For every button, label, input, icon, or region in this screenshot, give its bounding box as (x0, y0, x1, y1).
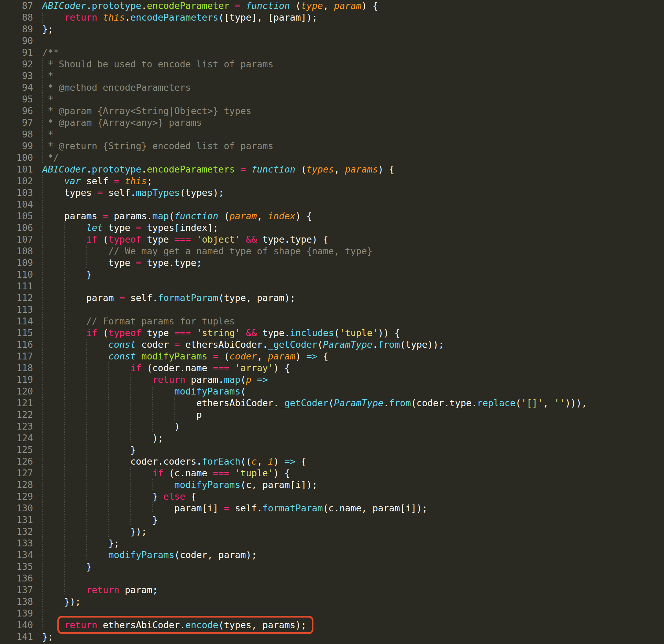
code-line[interactable]: 106 let type = types[index]; (0, 222, 664, 234)
line-number[interactable]: 136 (0, 573, 33, 584)
code-line[interactable]: 107 if (typeof type === 'object' && type… (0, 234, 664, 245)
line-number[interactable]: 126 (0, 456, 33, 467)
code-line[interactable]: 132 }); (0, 526, 664, 537)
code-line[interactable]: 96 * @param {Array<String|Object>} types (0, 105, 664, 117)
line-number[interactable]: 135 (0, 561, 33, 573)
code-line[interactable]: 125 } (0, 444, 664, 456)
code-line[interactable]: 114 // Format params for tuples (0, 315, 664, 327)
code-line[interactable]: 102 var self = this; (0, 175, 664, 187)
line-number[interactable]: 115 (0, 327, 33, 339)
code-line[interactable]: 130 param[i] = self.formatParam(c.name, … (0, 502, 664, 514)
code-line[interactable]: 111 (0, 280, 664, 292)
code-line[interactable]: 93 * (0, 70, 664, 82)
code-line[interactable]: 131 } (0, 514, 664, 526)
line-number[interactable]: 127 (0, 467, 33, 479)
line-number[interactable]: 117 (0, 351, 33, 362)
line-number[interactable]: 111 (0, 280, 33, 292)
line-number[interactable]: 112 (0, 292, 33, 304)
code-line[interactable]: 109 type = type.type; (0, 257, 664, 269)
code-line[interactable]: 141}; (0, 631, 664, 643)
line-number[interactable]: 104 (0, 199, 33, 210)
code-line[interactable]: 128 modifyParams(c, param[i]); (0, 479, 664, 491)
line-number[interactable]: 114 (0, 315, 33, 327)
line-number[interactable]: 138 (0, 596, 33, 608)
code-line[interactable]: 122 p (0, 409, 664, 421)
line-number[interactable]: 131 (0, 514, 33, 526)
code-line[interactable]: 140 return ethersAbiCoder.encode(types, … (0, 619, 664, 631)
line-number[interactable]: 97 (0, 117, 33, 129)
line-number[interactable]: 93 (0, 70, 33, 82)
line-number[interactable]: 100 (0, 152, 33, 164)
code-line[interactable]: 87ABICoder.prototype.encodeParameter = f… (0, 0, 664, 12)
code-line[interactable]: 95 * (0, 93, 664, 105)
line-number[interactable]: 106 (0, 222, 33, 234)
code-line[interactable]: 113 (0, 304, 664, 315)
code-line[interactable]: 92 * Should be used to encode list of pa… (0, 58, 664, 70)
line-number[interactable]: 92 (0, 58, 33, 70)
line-number[interactable]: 121 (0, 397, 33, 409)
code-line[interactable]: 90 (0, 35, 664, 47)
line-number[interactable]: 137 (0, 584, 33, 596)
line-number[interactable]: 105 (0, 210, 33, 222)
line-number[interactable]: 130 (0, 502, 33, 514)
line-number[interactable]: 98 (0, 129, 33, 140)
code-line[interactable]: 137 return param; (0, 584, 664, 596)
code-line[interactable]: 123 ) (0, 421, 664, 432)
line-number[interactable]: 139 (0, 608, 33, 619)
line-number[interactable]: 128 (0, 479, 33, 491)
line-number[interactable]: 101 (0, 164, 33, 175)
code-line[interactable]: 103 types = self.mapTypes(types); (0, 187, 664, 199)
code-line[interactable]: 101ABICoder.prototype.encodeParameters =… (0, 164, 664, 175)
code-line[interactable]: 110 } (0, 269, 664, 280)
line-number[interactable]: 99 (0, 140, 33, 152)
code-line[interactable]: 108 // We may get a named type of shape … (0, 245, 664, 257)
code-line[interactable]: 100 */ (0, 152, 664, 164)
line-number[interactable]: 89 (0, 23, 33, 35)
line-number[interactable]: 134 (0, 549, 33, 561)
line-number[interactable]: 88 (0, 12, 33, 23)
code-line[interactable]: 116 const coder = ethersAbiCoder._getCod… (0, 339, 664, 351)
code-line[interactable]: 139 (0, 608, 664, 619)
code-line[interactable]: 136 (0, 573, 664, 584)
line-number[interactable]: 119 (0, 374, 33, 386)
code-line[interactable]: 138 }); (0, 596, 664, 608)
line-number[interactable]: 122 (0, 409, 33, 421)
line-number[interactable]: 87 (0, 0, 33, 12)
line-number[interactable]: 118 (0, 362, 33, 374)
code-line[interactable]: 97 * @param {Array<any>} params (0, 117, 664, 129)
code-line[interactable]: 120 modifyParams( (0, 386, 664, 397)
code-line[interactable]: 118 if (coder.name === 'array') { (0, 362, 664, 374)
code-line[interactable]: 89}; (0, 23, 664, 35)
code-line[interactable]: 105 params = params.map(function (param,… (0, 210, 664, 222)
line-number[interactable]: 110 (0, 269, 33, 280)
line-number[interactable]: 96 (0, 105, 33, 117)
line-number[interactable]: 90 (0, 35, 33, 47)
code-line[interactable]: 124 ); (0, 432, 664, 444)
line-number[interactable]: 103 (0, 187, 33, 199)
line-number[interactable]: 141 (0, 631, 33, 643)
line-number[interactable]: 107 (0, 234, 33, 245)
line-number[interactable]: 124 (0, 432, 33, 444)
code-line[interactable]: 88 return this.encodeParameters([type], … (0, 12, 664, 23)
code-line[interactable]: 126 coder.coders.forEach((c, i) => { (0, 456, 664, 467)
code-line[interactable]: 104 (0, 199, 664, 210)
line-number[interactable]: 91 (0, 47, 33, 58)
line-number[interactable]: 123 (0, 421, 33, 432)
line-number[interactable]: 108 (0, 245, 33, 257)
line-number[interactable]: 109 (0, 257, 33, 269)
line-number[interactable]: 102 (0, 175, 33, 187)
code-line[interactable]: 134 modifyParams(coder, param); (0, 549, 664, 561)
line-number[interactable]: 133 (0, 537, 33, 549)
code-line[interactable]: 119 return param.map(p => (0, 374, 664, 386)
code-line[interactable]: 91/** (0, 47, 664, 58)
code-line[interactable]: 133 }; (0, 537, 664, 549)
line-number[interactable]: 94 (0, 82, 33, 93)
code-line[interactable]: 115 if (typeof type === 'string' && type… (0, 327, 664, 339)
line-number[interactable]: 129 (0, 491, 33, 502)
line-number[interactable]: 132 (0, 526, 33, 537)
line-number[interactable]: 113 (0, 304, 33, 315)
code-line[interactable]: 98 * (0, 129, 664, 140)
code-line[interactable]: 129 } else { (0, 491, 664, 502)
code-line[interactable]: 94 * @method encodeParameters (0, 82, 664, 93)
line-number[interactable]: 116 (0, 339, 33, 351)
